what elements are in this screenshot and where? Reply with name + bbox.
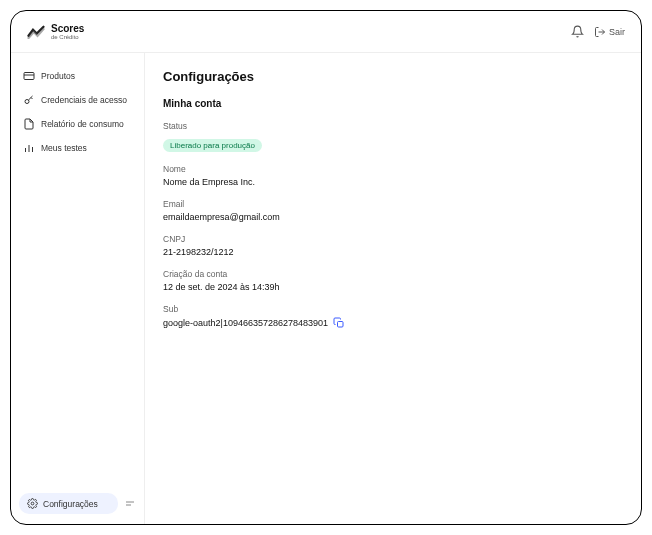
field-label: Email xyxy=(163,199,623,209)
sidebar-item-label: Meus testes xyxy=(41,143,87,153)
sidebar-bottom: Configurações xyxy=(19,493,136,514)
field-value: 21-2198232/1212 xyxy=(163,247,623,257)
bell-icon[interactable] xyxy=(571,25,584,38)
sidebar-config-button[interactable]: Configurações xyxy=(19,493,118,514)
brand-title: Scores xyxy=(51,24,84,34)
svg-rect-12 xyxy=(338,322,344,328)
status-badge: Liberado para produção xyxy=(163,139,262,152)
svg-line-5 xyxy=(31,98,33,100)
menu-collapse-icon[interactable] xyxy=(124,498,136,510)
copy-icon[interactable] xyxy=(333,317,345,329)
sidebar-nav: Produtos Credenciais de acesso Relatório… xyxy=(11,65,144,159)
sidebar-item-label: Relatório de consumo xyxy=(41,119,124,129)
section-title: Minha conta xyxy=(163,98,623,109)
page-title: Configurações xyxy=(163,69,623,84)
sidebar: Produtos Credenciais de acesso Relatório… xyxy=(11,53,145,524)
field-cnpj: CNPJ 21-2198232/1212 xyxy=(163,234,623,257)
key-icon xyxy=(23,94,35,106)
main-content: Configurações Minha conta Status Liberad… xyxy=(145,53,641,524)
sidebar-item-label: Produtos xyxy=(41,71,75,81)
sidebar-item-report[interactable]: Relatório de consumo xyxy=(19,113,136,135)
file-icon xyxy=(23,118,35,130)
sidebar-item-products[interactable]: Produtos xyxy=(19,65,136,87)
field-value: emaildaempresa@gmail.com xyxy=(163,212,623,222)
credit-card-icon xyxy=(23,70,35,82)
field-email: Email emaildaempresa@gmail.com xyxy=(163,199,623,222)
field-label: Nome xyxy=(163,164,623,174)
chart-icon xyxy=(23,142,35,154)
field-value: Nome da Empresa Inc. xyxy=(163,177,623,187)
topbar-actions: Sair xyxy=(571,25,625,38)
brand: Scores de Crédito xyxy=(27,23,143,41)
field-name: Nome Nome da Empresa Inc. xyxy=(163,164,623,187)
body: Produtos Credenciais de acesso Relatório… xyxy=(11,53,641,524)
field-label: CNPJ xyxy=(163,234,623,244)
logout-button[interactable]: Sair xyxy=(594,26,625,38)
brand-logo-icon xyxy=(27,23,45,41)
field-label: Sub xyxy=(163,304,623,314)
top-bar: Scores de Crédito Sair xyxy=(11,11,641,53)
field-created: Criação da conta 12 de set. de 2024 às 1… xyxy=(163,269,623,292)
field-value: google-oauth2|109466357286278483901 xyxy=(163,318,328,328)
field-label: Status xyxy=(163,121,623,131)
brand-text: Scores de Crédito xyxy=(51,24,84,40)
gear-icon xyxy=(27,498,38,509)
svg-point-9 xyxy=(31,502,34,505)
svg-rect-1 xyxy=(24,73,34,80)
sidebar-item-tests[interactable]: Meus testes xyxy=(19,137,136,159)
logout-label: Sair xyxy=(609,27,625,37)
sidebar-item-credentials[interactable]: Credenciais de acesso xyxy=(19,89,136,111)
logout-icon xyxy=(594,26,606,38)
sidebar-config-label: Configurações xyxy=(43,499,98,509)
sidebar-item-label: Credenciais de acesso xyxy=(41,95,127,105)
field-value: 12 de set. de 2024 às 14:39h xyxy=(163,282,623,292)
sub-row: google-oauth2|109466357286278483901 xyxy=(163,317,623,329)
app-window: Scores de Crédito Sair xyxy=(10,10,642,525)
field-status: Status Liberado para produção xyxy=(163,121,623,152)
field-sub: Sub google-oauth2|109466357286278483901 xyxy=(163,304,623,329)
field-label: Criação da conta xyxy=(163,269,623,279)
brand-subtitle: de Crédito xyxy=(51,34,84,40)
